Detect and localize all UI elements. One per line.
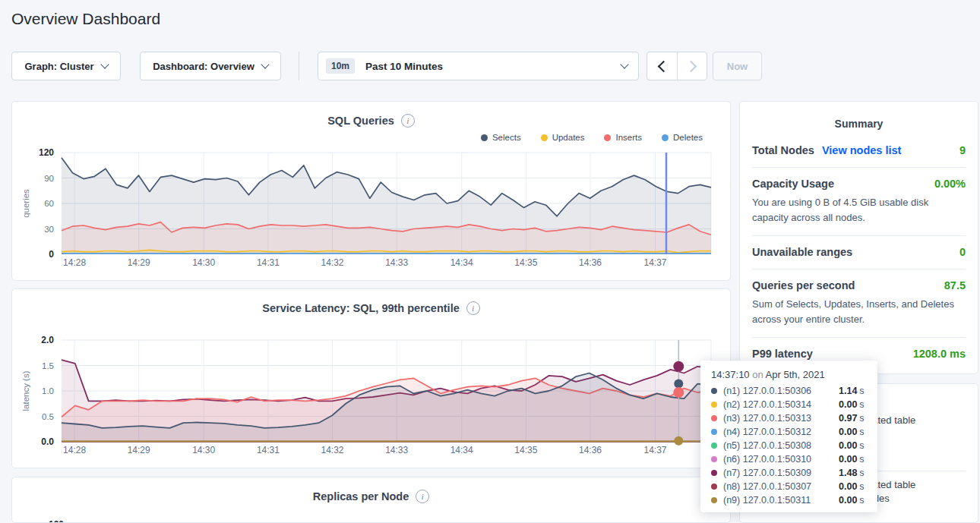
tooltip-node-value: 1.48 bbox=[839, 468, 857, 478]
summary-rows: Total NodesView nodes list9Capacity Usag… bbox=[752, 134, 966, 370]
tooltip-node-address: (n8) 127.0.0.1:50307 bbox=[723, 481, 839, 492]
summary-row-label: P99 latency bbox=[752, 348, 813, 360]
svg-text:2.0: 2.0 bbox=[41, 335, 54, 345]
graph-scope-dropdown-label: Graph: Cluster bbox=[24, 61, 93, 72]
tooltip-row: (n4) 127.0.0.1:503120.00s bbox=[711, 425, 867, 439]
tooltip-node-address: (n1) 127.0.0.1:50306 bbox=[723, 386, 839, 396]
node-color-dot bbox=[711, 470, 717, 476]
tooltip-node-value: 0.00 bbox=[839, 440, 857, 451]
tooltip-node-value: 0.00 bbox=[839, 481, 857, 492]
svg-text:14:37: 14:37 bbox=[643, 257, 666, 268]
svg-text:30: 30 bbox=[44, 225, 54, 234]
svg-text:1.5: 1.5 bbox=[42, 361, 54, 370]
time-back-button[interactable] bbox=[647, 52, 677, 80]
hover-dot bbox=[674, 436, 683, 446]
svg-text:14:35: 14:35 bbox=[514, 445, 537, 455]
tooltip-node-address: (n4) 127.0.0.1:50312 bbox=[723, 427, 839, 437]
chart-hover-tooltip: 14:37:10 on Apr 5th, 2021 (n1) 127.0.0.1… bbox=[700, 361, 877, 512]
view-nodes-list-link[interactable]: View nodes list bbox=[822, 144, 902, 156]
service-latency-title: Service Latency: SQL, 99th percentile bbox=[262, 302, 460, 314]
svg-text:14:30: 14:30 bbox=[192, 257, 215, 268]
sql-queries-legend: SelectsUpdatesInsertsDeletes bbox=[12, 128, 730, 147]
tooltip-value-unit: s bbox=[859, 427, 864, 437]
dashboard-dropdown[interactable]: Dashboard: Overview bbox=[140, 52, 281, 80]
legend-item-selects[interactable]: Selects bbox=[481, 133, 521, 142]
tooltip-row: (n9) 127.0.0.1:503110.00s bbox=[711, 493, 867, 507]
tooltip-value-unit: s bbox=[859, 413, 864, 424]
tooltip-value-unit: s bbox=[859, 468, 864, 478]
sql-queries-title: SQL Queries bbox=[327, 115, 394, 127]
summary-panel: Summary Total NodesView nodes list9Capac… bbox=[739, 101, 978, 374]
node-color-dot bbox=[711, 388, 717, 394]
svg-text:14:32: 14:32 bbox=[321, 257, 343, 268]
graph-scope-dropdown[interactable]: Graph: Cluster bbox=[11, 52, 121, 80]
tooltip-row: (n2) 127.0.0.1:503140.00s bbox=[711, 398, 867, 411]
tooltip-node-address: (n6) 127.0.0.1:50310 bbox=[723, 454, 839, 465]
time-nav-arrows bbox=[646, 52, 707, 80]
time-range-selector[interactable]: 10m Past 10 Minutes bbox=[318, 52, 639, 80]
legend-item-deletes[interactable]: Deletes bbox=[662, 133, 703, 142]
svg-text:14:28: 14:28 bbox=[63, 445, 86, 455]
replicas-per-node-card: Replicas per Node i 120 bbox=[11, 477, 731, 523]
svg-text:14:36: 14:36 bbox=[579, 445, 602, 455]
svg-text:0.5: 0.5 bbox=[42, 412, 54, 421]
summary-row-label: Total Nodes bbox=[752, 144, 814, 156]
summary-row-value: 0.00% bbox=[934, 178, 966, 190]
svg-text:14:35: 14:35 bbox=[514, 257, 537, 268]
svg-text:14:30: 14:30 bbox=[192, 445, 215, 455]
summary-title: Summary bbox=[752, 102, 966, 134]
tooltip-value-unit: s bbox=[859, 386, 864, 396]
tooltip-node-value: 0.00 bbox=[839, 454, 857, 465]
tooltip-node-address: (n2) 127.0.0.1:50314 bbox=[723, 399, 839, 410]
info-icon[interactable]: i bbox=[466, 301, 480, 315]
svg-text:14:28: 14:28 bbox=[63, 257, 86, 268]
tooltip-row: (n8) 127.0.0.1:503070.00s bbox=[711, 480, 867, 493]
info-icon[interactable]: i bbox=[401, 114, 415, 128]
now-button-disabled[interactable]: Now bbox=[713, 52, 762, 80]
time-forward-button-disabled[interactable] bbox=[677, 52, 707, 80]
legend-label: Selects bbox=[492, 133, 521, 142]
node-color-dot bbox=[711, 443, 717, 449]
sql-queries-chart[interactable]: 030609012014:2814:2914:3014:3114:3214:33… bbox=[12, 147, 732, 272]
sql-queries-card: SQL Queries i SelectsUpdatesInsertsDelet… bbox=[11, 101, 731, 281]
tooltip-row: (n3) 127.0.0.1:503130.97s bbox=[711, 411, 867, 425]
service-latency-card: Service Latency: SQL, 99th percentile i … bbox=[11, 288, 731, 468]
summary-row-description: Sum of Selects, Updates, Inserts, and De… bbox=[752, 297, 966, 326]
node-color-dot bbox=[711, 456, 717, 462]
time-range-label: Past 10 Minutes bbox=[365, 61, 621, 72]
hover-dot bbox=[673, 361, 684, 372]
svg-text:14:37: 14:37 bbox=[643, 445, 666, 455]
tooltip-node-address: (n5) 127.0.0.1:50308 bbox=[723, 440, 839, 451]
tooltip-row: (n1) 127.0.0.1:503061.14s bbox=[711, 384, 867, 398]
svg-text:14:31: 14:31 bbox=[257, 257, 280, 268]
tooltip-timestamp: 14:37:10 on Apr 5th, 2021 bbox=[711, 369, 867, 380]
node-color-dot bbox=[711, 415, 717, 421]
svg-text:14:34: 14:34 bbox=[450, 257, 473, 268]
legend-label: Inserts bbox=[615, 133, 642, 142]
summary-row-label: Unavailable ranges bbox=[752, 246, 852, 258]
svg-text:queries: queries bbox=[21, 189, 30, 218]
tooltip-row: (n5) 127.0.0.1:503080.00s bbox=[711, 439, 867, 452]
summary-row-label: Queries per second bbox=[752, 279, 855, 291]
legend-item-inserts[interactable]: Inserts bbox=[604, 133, 642, 142]
svg-text:14:31: 14:31 bbox=[257, 445, 280, 455]
summary-row-value: 9 bbox=[959, 144, 966, 156]
svg-text:90: 90 bbox=[44, 174, 54, 183]
svg-text:latency (s): latency (s) bbox=[21, 370, 30, 411]
svg-text:0.0: 0.0 bbox=[41, 436, 54, 447]
svg-text:60: 60 bbox=[44, 199, 54, 208]
chevron-down-icon bbox=[100, 60, 109, 68]
tooltip-rows: (n1) 127.0.0.1:503061.14s(n2) 127.0.0.1:… bbox=[711, 384, 867, 507]
replicas-ytick-partial: 120 bbox=[49, 519, 64, 523]
page-title: Overview Dashboard bbox=[11, 10, 160, 28]
tooltip-value-unit: s bbox=[859, 399, 864, 410]
info-icon[interactable]: i bbox=[416, 490, 429, 503]
controls-bar: Graph: Cluster Dashboard: Overview 10m P… bbox=[11, 52, 762, 80]
tooltip-node-address: (n7) 127.0.0.1:50309 bbox=[723, 468, 839, 478]
tooltip-node-value: 1.14 bbox=[839, 386, 857, 396]
service-latency-chart[interactable]: 0.00.51.01.52.014:2814:2914:3014:3114:32… bbox=[12, 334, 732, 459]
summary-row-label: Capacity Usage bbox=[752, 178, 834, 190]
legend-item-updates[interactable]: Updates bbox=[541, 133, 585, 142]
hover-dot bbox=[674, 380, 683, 389]
tooltip-node-value: 0.97 bbox=[839, 413, 857, 424]
